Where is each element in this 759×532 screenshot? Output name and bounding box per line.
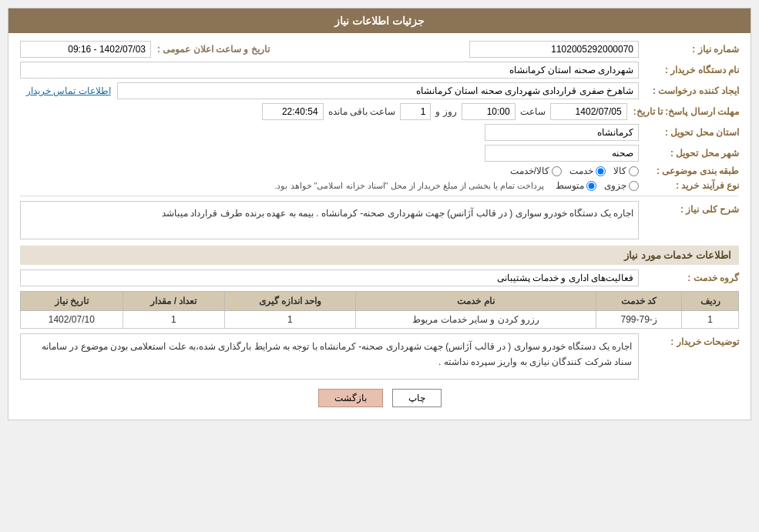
date-label: تاریخ و ساعت اعلان عمومی :	[157, 44, 270, 55]
need-number-input[interactable]	[469, 41, 639, 58]
process-label: نوع فرآیند خرید :	[639, 180, 739, 191]
action-buttons: چاپ بازگشت	[20, 389, 739, 407]
page-title: جزئیات اطلاعات نیاز	[334, 15, 425, 27]
need-number-label: شماره نیاز :	[639, 44, 739, 55]
proc-jozvi-item: جزوی	[604, 180, 639, 191]
col-qty: تعداد / مقدار	[123, 292, 224, 311]
cat-kala-khadamat-label: کالا/خدمت	[510, 166, 549, 176]
process-radio-group: جزوی متوسط	[556, 180, 639, 191]
deadline-day-label: روز و	[435, 106, 456, 117]
col-row: ردیف	[682, 292, 739, 311]
province-label: استان محل تحویل :	[639, 127, 739, 138]
province-input[interactable]	[485, 124, 639, 141]
service-group-label: گروه خدمت :	[639, 273, 739, 283]
col-code: کد خدمت	[596, 292, 682, 311]
proc-mottaset-radio[interactable]	[586, 181, 596, 191]
cell-row: 1	[682, 311, 739, 329]
category-row: طبقه بندی موضوعی : کالا خدمت کالا/خدمت	[20, 166, 739, 176]
general-desc-box: اجاره یک دستگاه خودرو سواری ( در قالب آژ…	[20, 201, 639, 239]
cat-khadamat-label: خدمت	[569, 166, 593, 176]
category-label: طبقه بندی موضوعی :	[639, 166, 739, 176]
col-unit: واحد اندازه گیری	[225, 292, 356, 311]
cat-kala-label: کالا	[613, 166, 626, 176]
buyer-desc-label: توضیحات خریدار :	[639, 333, 739, 347]
creator-input[interactable]	[117, 82, 639, 99]
general-desc-text: اجاره یک دستگاه خودرو سواری ( در قالب آژ…	[162, 208, 633, 219]
deadline-remaining-input[interactable]	[262, 103, 324, 120]
deadline-row: مهلت ارسال پاسخ: تا تاریخ: ساعت روز و سا…	[20, 103, 739, 120]
need-number-row: شماره نیاز : تاریخ و ساعت اعلان عمومی :	[20, 41, 739, 58]
category-radio-group: کالا خدمت کالا/خدمت	[510, 166, 639, 176]
buyer-org-row: نام دستگاه خریدار :	[20, 62, 739, 79]
deadline-time-input[interactable]	[462, 103, 516, 120]
cell-qty: 1	[123, 311, 224, 329]
proc-mottaset-item: متوسط	[556, 180, 596, 191]
buyer-desc-box: اجاره یک دستگاه خودرو سواری ( در قالب آژ…	[20, 333, 639, 380]
creator-label: ایجاد کننده درخواست :	[639, 85, 739, 96]
contact-link[interactable]: اطلاعات تماس خریدار	[26, 85, 111, 96]
proc-jozvi-radio[interactable]	[629, 181, 639, 191]
date-input[interactable]	[20, 41, 151, 58]
cat-kala-item: کالا	[613, 166, 639, 176]
deadline-time-label: ساعت	[520, 106, 546, 117]
cell-name: رزرو کردن و سایر خدمات مربوط	[355, 311, 596, 329]
cell-unit: 1	[225, 311, 356, 329]
print-button[interactable]: چاپ	[392, 389, 442, 407]
proc-mottaset-label: متوسط	[556, 180, 584, 191]
deadline-days-input[interactable]	[400, 103, 431, 120]
cat-kala-khadamat-radio[interactable]	[552, 166, 562, 176]
deadline-label: مهلت ارسال پاسخ: تا تاریخ:	[627, 106, 739, 117]
deadline-remaining-label: ساعت باقی مانده	[328, 106, 396, 117]
city-input[interactable]	[485, 145, 639, 162]
proc-jozvi-label: جزوی	[604, 180, 626, 191]
cell-date: 1402/07/10	[21, 311, 123, 329]
col-date: تاریخ نیاز	[21, 292, 123, 311]
col-name: نام خدمت	[355, 292, 596, 311]
proc-desc: پرداخت تمام یا بخشی از مبلغ خریدار از مح…	[20, 181, 544, 191]
process-row: نوع فرآیند خرید : جزوی متوسط پرداخت تمام…	[20, 180, 739, 191]
general-desc-row: شرح کلی نیاز : اجاره یک دستگاه خودرو سوا…	[20, 201, 739, 239]
cell-code: ز-79-799	[596, 311, 682, 329]
cat-khadamat-radio[interactable]	[596, 166, 606, 176]
buyer-desc-row: توضیحات خریدار : اجاره یک دستگاه خودرو س…	[20, 333, 739, 380]
service-group-input[interactable]	[20, 269, 639, 286]
creator-row: ایجاد کننده درخواست : اطلاعات تماس خریدا…	[20, 82, 739, 99]
table-row: 1 ز-79-799 رزرو کردن و سایر خدمات مربوط …	[21, 311, 739, 329]
city-row: شهر محل تحویل :	[20, 145, 739, 162]
buyer-org-label: نام دستگاه خریدار :	[639, 65, 739, 75]
buyer-desc-text: اجاره یک دستگاه خودرو سواری ( در قالب آژ…	[42, 341, 632, 367]
city-label: شهر محل تحویل :	[639, 148, 739, 159]
general-desc-label: شرح کلی نیاز :	[639, 201, 739, 215]
service-table: ردیف کد خدمت نام خدمت واحد اندازه گیری ت…	[20, 291, 739, 329]
services-section-title: اطلاعات خدمات مورد نیاز	[20, 246, 739, 265]
buyer-org-input[interactable]	[20, 62, 639, 79]
province-row: استان محل تحویل :	[20, 124, 739, 141]
service-group-row: گروه خدمت :	[20, 269, 739, 286]
deadline-date-input[interactable]	[550, 103, 627, 120]
cat-khadamat-item: خدمت	[569, 166, 606, 176]
cat-kala-radio[interactable]	[629, 166, 639, 176]
cat-kala-khadamat-item: کالا/خدمت	[510, 166, 562, 176]
page-header: جزئیات اطلاعات نیاز	[8, 8, 751, 33]
back-button[interactable]: بازگشت	[318, 389, 383, 407]
